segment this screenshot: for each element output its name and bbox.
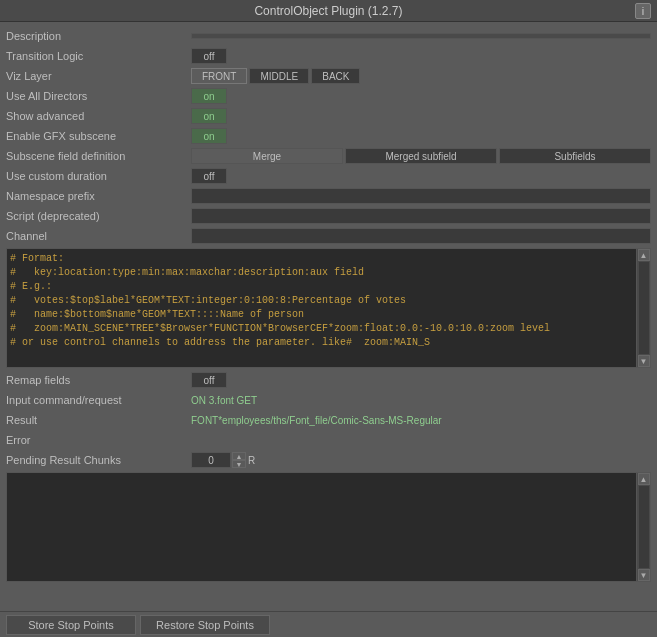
format-textbox[interactable]: # Format: # key:location:type:min:max:ma… (6, 248, 637, 368)
enable-gfx-label: Enable GFX subscene (6, 130, 191, 142)
description-bar (191, 33, 651, 39)
footer: Store Stop Points Restore Stop Points (0, 611, 657, 637)
subscene-field-group: Merge Merged subfield Subfields (191, 148, 651, 164)
viz-layer-middle[interactable]: MIDDLE (249, 68, 309, 84)
script-deprecated-row: Script (deprecated) (0, 206, 657, 226)
bottom-scroll-down-btn[interactable]: ▼ (638, 569, 650, 581)
title-bar-text: ControlObject Plugin (1.2.7) (254, 4, 402, 18)
bottom-textbox-container: ▲ ▼ (6, 472, 651, 582)
use-custom-duration-value-area: off (191, 168, 651, 184)
input-command-value-area: ON 3.font GET (191, 395, 651, 406)
spin-up-btn[interactable]: ▲ (232, 452, 246, 460)
description-value-area (191, 33, 651, 39)
subscene-field-label: Subscene field definition (6, 150, 191, 162)
input-command-value: ON 3.font GET (191, 395, 257, 406)
remap-fields-toggle[interactable]: off (191, 372, 227, 388)
result-row: Result FONT*employees/ths/Font_file/Comi… (0, 410, 657, 430)
scroll-track (639, 262, 649, 354)
script-deprecated-value-area (191, 208, 651, 224)
error-row: Error (0, 430, 657, 450)
namespace-prefix-label: Namespace prefix (6, 190, 191, 202)
show-advanced-label: Show advanced (6, 110, 191, 122)
r-label: R (248, 455, 255, 466)
spin-down-btn[interactable]: ▼ (232, 460, 246, 468)
channel-value-area (191, 228, 651, 244)
input-command-label: Input command/request (6, 394, 191, 406)
scroll-down-btn[interactable]: ▼ (638, 355, 650, 367)
store-stop-points-button[interactable]: Store Stop Points (6, 615, 136, 635)
use-custom-duration-toggle[interactable]: off (191, 168, 227, 184)
title-bar: ControlObject Plugin (1.2.7) i (0, 0, 657, 22)
show-advanced-toggle[interactable]: on (191, 108, 227, 124)
input-command-row: Input command/request ON 3.font GET (0, 390, 657, 410)
enable-gfx-toggle[interactable]: on (191, 128, 227, 144)
namespace-prefix-input[interactable] (191, 188, 651, 204)
subscene-field-row: Subscene field definition Merge Merged s… (0, 146, 657, 166)
main-content: Description Transition Logic off Viz Lay… (0, 22, 657, 588)
merged-subfield-btn[interactable]: Merged subfield (345, 148, 497, 164)
use-custom-duration-row: Use custom duration off (0, 166, 657, 186)
enable-gfx-value-area: on (191, 128, 651, 144)
viz-layer-row: Viz Layer FRONT MIDDLE BACK (0, 66, 657, 86)
show-advanced-row: Show advanced on (0, 106, 657, 126)
pending-result-label: Pending Result Chunks (6, 454, 191, 466)
remap-fields-row: Remap fields off (0, 370, 657, 390)
bottom-scroll-track (639, 486, 649, 568)
bottom-scrollbar: ▲ ▼ (637, 472, 651, 582)
info-button[interactable]: i (635, 3, 651, 19)
transition-logic-label: Transition Logic (6, 50, 191, 62)
result-value: FONT*employees/ths/Font_file/Comic-Sans-… (191, 415, 442, 426)
channel-input[interactable] (191, 228, 651, 244)
namespace-prefix-value-area (191, 188, 651, 204)
transition-logic-row: Transition Logic off (0, 46, 657, 66)
viz-layer-front[interactable]: FRONT (191, 68, 247, 84)
use-custom-duration-label: Use custom duration (6, 170, 191, 182)
restore-stop-points-button[interactable]: Restore Stop Points (140, 615, 270, 635)
error-label: Error (6, 434, 191, 446)
viz-layer-back[interactable]: BACK (311, 68, 360, 84)
transition-logic-value-area: off (191, 48, 651, 64)
description-label: Description (6, 30, 191, 42)
scroll-up-btn[interactable]: ▲ (638, 249, 650, 261)
pending-result-spinner: ▲ ▼ (232, 452, 246, 468)
enable-gfx-row: Enable GFX subscene on (0, 126, 657, 146)
result-label: Result (6, 414, 191, 426)
pending-result-row: Pending Result Chunks ▲ ▼ R (0, 450, 657, 470)
subfields-btn[interactable]: Subfields (499, 148, 651, 164)
remap-fields-label: Remap fields (6, 374, 191, 386)
viz-layer-group: FRONT MIDDLE BACK (191, 68, 651, 84)
use-all-directors-toggle[interactable]: on (191, 88, 227, 104)
pending-result-value-area: ▲ ▼ R (191, 452, 651, 468)
channel-row: Channel (0, 226, 657, 246)
merge-btn[interactable]: Merge (191, 148, 343, 164)
use-all-directors-row: Use All Directors on (0, 86, 657, 106)
format-textbox-container: # Format: # key:location:type:min:max:ma… (6, 248, 651, 368)
script-deprecated-input[interactable] (191, 208, 651, 224)
description-row: Description (0, 26, 657, 46)
channel-label: Channel (6, 230, 191, 242)
textbox-scrollbar: ▲ ▼ (637, 248, 651, 368)
viz-layer-label: Viz Layer (6, 70, 191, 82)
result-value-area: FONT*employees/ths/Font_file/Comic-Sans-… (191, 415, 651, 426)
pending-result-input[interactable] (191, 452, 231, 468)
namespace-prefix-row: Namespace prefix (0, 186, 657, 206)
use-all-directors-value-area: on (191, 88, 651, 104)
bottom-scroll-up-btn[interactable]: ▲ (638, 473, 650, 485)
transition-logic-toggle[interactable]: off (191, 48, 227, 64)
script-deprecated-label: Script (deprecated) (6, 210, 191, 222)
use-all-directors-label: Use All Directors (6, 90, 191, 102)
remap-fields-value-area: off (191, 372, 651, 388)
show-advanced-value-area: on (191, 108, 651, 124)
bottom-textbox[interactable] (6, 472, 637, 582)
